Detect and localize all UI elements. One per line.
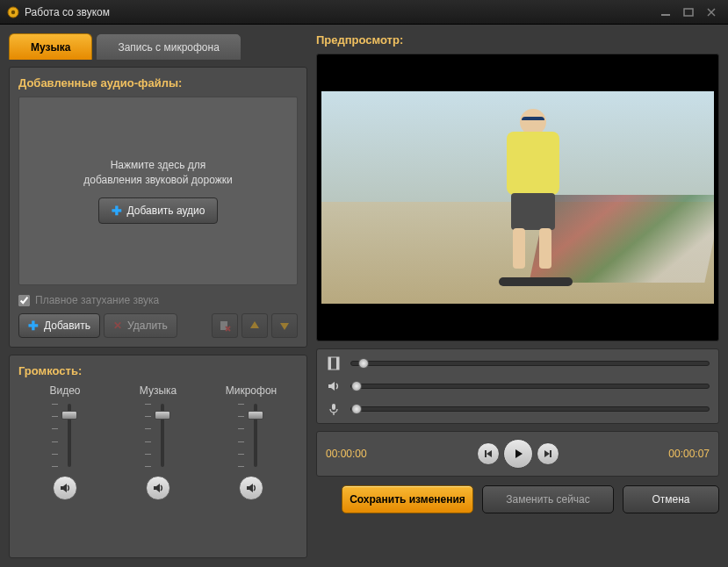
replace-now-button[interactable]: Заменить сейчас	[482, 485, 614, 513]
remove-from-list-button[interactable]	[212, 313, 238, 338]
time-current: 00:00:00	[326, 448, 400, 460]
filmstrip-icon	[326, 356, 342, 370]
fade-label: Плавное затухание звука	[35, 294, 159, 306]
volume-mic-track[interactable]	[234, 404, 268, 467]
volume-mic-label: Микрофон	[226, 384, 277, 397]
added-files-heading: Добавленные аудио-файлы:	[18, 76, 298, 90]
tab-mic-record[interactable]: Запись с микрофона	[96, 33, 241, 60]
svg-rect-6	[220, 321, 227, 330]
speaker-icon	[326, 379, 342, 393]
plus-icon: ✚	[28, 319, 39, 333]
svg-rect-18	[332, 404, 335, 410]
move-down-button[interactable]	[271, 313, 298, 338]
mute-music-button[interactable]	[146, 476, 170, 500]
svg-rect-21	[485, 450, 487, 457]
play-button[interactable]	[503, 439, 533, 469]
plus-icon: ✚	[112, 204, 122, 218]
volume-slider-video: Видео	[25, 384, 105, 500]
track-audio-slider[interactable]	[350, 384, 710, 389]
svg-rect-15	[328, 357, 331, 370]
transport-bar: 00:00:00 00:00:07	[316, 431, 719, 477]
svg-marker-11	[61, 484, 67, 492]
volume-panel: Громкость: Видео Музыка	[9, 355, 307, 558]
track-mic-slider[interactable]	[350, 406, 710, 412]
add-button[interactable]: ✚ Добавить	[18, 313, 100, 338]
close-button[interactable]	[702, 5, 721, 19]
next-button[interactable]	[537, 442, 559, 465]
volume-music-label: Музыка	[140, 384, 177, 397]
svg-marker-20	[487, 450, 492, 457]
svg-rect-16	[336, 357, 339, 370]
volume-slider-mic: Микрофон	[212, 384, 291, 500]
window-title: Работа со звуком	[25, 6, 652, 18]
tab-music[interactable]: Музыка	[9, 33, 92, 60]
added-files-panel: Добавленные аудио-файлы: Нажмите здесь д…	[9, 67, 307, 348]
titlebar: Работа со звуком	[0, 0, 728, 25]
prev-button[interactable]	[477, 442, 500, 465]
x-icon: ✕	[113, 319, 122, 332]
volume-music-track[interactable]	[141, 404, 175, 467]
maximize-button[interactable]	[679, 5, 698, 19]
svg-point-1	[11, 10, 15, 13]
app-icon	[7, 6, 19, 18]
mute-mic-button[interactable]	[239, 476, 263, 500]
add-audio-button[interactable]: ✚ Добавить аудио	[98, 197, 219, 224]
svg-marker-10	[280, 323, 289, 330]
volume-video-track[interactable]	[48, 404, 82, 467]
svg-marker-9	[250, 321, 259, 328]
cancel-button[interactable]: Отмена	[623, 485, 719, 513]
track-video-slider[interactable]	[350, 361, 710, 366]
svg-rect-3	[684, 9, 693, 16]
minimize-button[interactable]	[656, 5, 675, 19]
track-audio-row	[326, 379, 710, 393]
add-audio-label: Добавить аудио	[127, 205, 205, 217]
track-mic-row	[326, 402, 710, 416]
fade-checkbox[interactable]	[18, 295, 30, 306]
preview-viewport	[316, 54, 719, 341]
track-video-row	[326, 356, 710, 370]
svg-marker-12	[154, 484, 160, 492]
time-total: 00:00:07	[635, 448, 710, 460]
save-button[interactable]: Сохранить изменения	[342, 485, 473, 513]
audio-dropzone[interactable]: Нажмите здесь для добавления звуковой до…	[18, 97, 298, 285]
move-up-button[interactable]	[241, 313, 268, 338]
volume-video-label: Видео	[49, 384, 80, 397]
delete-button[interactable]: ✕ Удалить	[104, 313, 177, 338]
svg-marker-13	[247, 484, 253, 492]
svg-rect-24	[550, 450, 551, 457]
tab-music-label: Музыка	[31, 41, 70, 54]
tabbar: Музыка Запись с микрофона	[9, 33, 307, 60]
tab-mic-label: Запись с микрофона	[118, 41, 219, 54]
mute-video-button[interactable]	[53, 476, 77, 500]
preview-heading: Предпросмотр:	[316, 33, 719, 47]
volume-heading: Громкость:	[18, 364, 298, 377]
preview-scene	[321, 91, 715, 303]
track-sliders	[316, 348, 719, 424]
microphone-icon	[326, 402, 342, 416]
svg-marker-17	[328, 382, 335, 391]
svg-marker-22	[515, 449, 523, 458]
dropzone-hint: Нажмите здесь для добавления звуковой до…	[83, 158, 232, 188]
svg-marker-23	[544, 450, 550, 457]
fade-checkbox-row[interactable]: Плавное затухание звука	[18, 294, 298, 306]
file-toolbar: ✚ Добавить ✕ Удалить	[18, 313, 298, 338]
volume-slider-music: Музыка	[119, 384, 198, 500]
dialog-actions: Сохранить изменения Заменить сейчас Отме…	[316, 484, 719, 515]
